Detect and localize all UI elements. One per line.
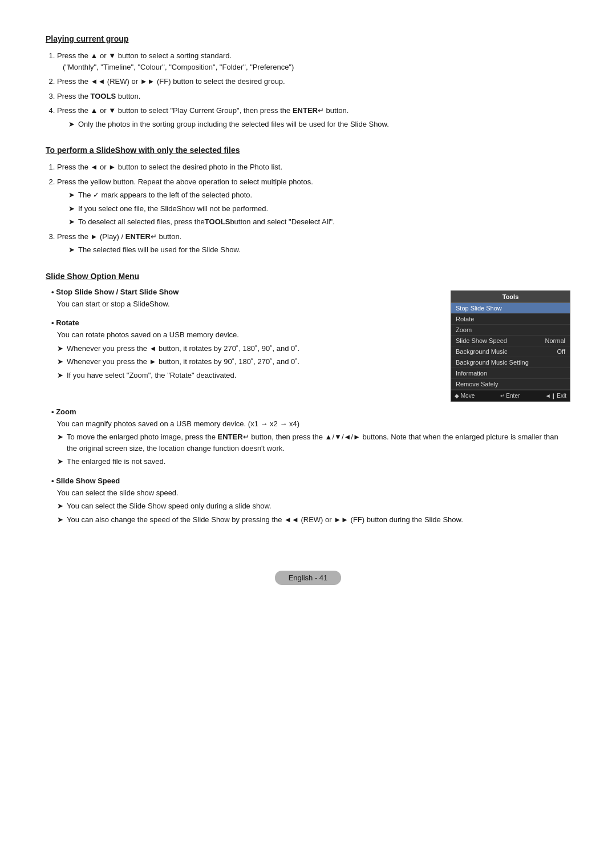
bullet-stop-start-text: You can start or stop a SlideShow. — [57, 298, 439, 310]
bullet-rotate-header: Rotate — [51, 318, 439, 327]
slide-show-two-col: Stop Slide Show / Start Slide Show You c… — [46, 288, 570, 402]
tools-item-stop-slide-show[interactable]: Stop Slide Show — [451, 303, 570, 314]
playing-step-3: Press the TOOLS button. — [57, 91, 570, 102]
playing-step-4: Press the ▲ or ▼ button to select "Play … — [57, 105, 570, 130]
rotate-note-2: ➤ Whenever you press the ► button, it ro… — [57, 356, 439, 368]
page-number-badge: English - 41 — [275, 571, 342, 585]
section-selected-files: To perform a SlideShow with only the sel… — [46, 146, 570, 256]
selected-files-steps-list: Press the ◄ or ► button to select the de… — [57, 161, 570, 256]
playing-step-4-note: ➤ Only the photos in the sorting group i… — [68, 119, 570, 130]
bullet-zoom-text: You can magnify photos saved on a USB me… — [57, 418, 570, 430]
tools-item-bg-music-setting[interactable]: Background Music Setting — [451, 357, 570, 368]
bullet-rotate: Rotate You can rotate photos saved on a … — [46, 318, 439, 381]
zoom-note-2: ➤ The enlarged file is not saved. — [57, 456, 570, 467]
zoom-note-1: ➤ To move the enlarged photo image, pres… — [57, 431, 570, 454]
section-slide-show-option: Slide Show Option Menu Stop Slide Show /… — [46, 272, 570, 526]
section-playing-current-group: Playing current group Press the ▲ or ▼ b… — [46, 34, 570, 130]
bullet-zoom-header: Zoom — [51, 407, 570, 416]
bullet-stop-start-header: Stop Slide Show / Start Slide Show — [51, 288, 439, 296]
bullet-stop-start: Stop Slide Show / Start Slide Show You c… — [46, 288, 439, 310]
tools-panel: Tools Stop Slide Show Rotate Zoom Slide … — [451, 290, 570, 402]
footer-wrap: English - 41 — [46, 571, 570, 585]
slide-show-left-col: Stop Slide Show / Start Slide Show You c… — [46, 288, 439, 390]
speed-note-2: ➤ You can also change the speed of the S… — [57, 514, 570, 526]
bullet-slide-show-speed-text: You can select the slide show speed. — [57, 487, 570, 499]
selected-files-step-2: Press the yellow button. Repeat the abov… — [57, 176, 570, 228]
selected-files-step-3-note: ➤ The selected files will be used for th… — [68, 244, 570, 256]
selected-files-note-2: ➤ If you select one file, the SlideShow … — [68, 203, 570, 215]
speed-note-1: ➤ You can select the Slide Show speed on… — [57, 500, 570, 512]
tools-item-remove-safely[interactable]: Remove Safely — [451, 379, 570, 390]
selected-files-note-1: ➤ The ✓ mark appears to the left of the … — [68, 189, 570, 201]
selected-files-note-3: ➤ To deselect all selected files, press … — [68, 216, 570, 228]
bullet-rotate-text: You can rotate photos saved on a USB mem… — [57, 329, 439, 341]
rotate-note-1: ➤ Whenever you press the ◄ button, it ro… — [57, 343, 439, 354]
playing-step-1: Press the ▲ or ▼ button to select a sort… — [57, 50, 570, 72]
tools-item-information[interactable]: Information — [451, 368, 570, 379]
bullet-slide-show-speed-header: Slide Show Speed — [51, 477, 570, 485]
tools-item-zoom[interactable]: Zoom — [451, 325, 570, 336]
playing-steps-list: Press the ▲ or ▼ button to select a sort… — [57, 50, 570, 130]
bullet-zoom: Zoom You can magnify photos saved on a U… — [46, 407, 570, 467]
tools-panel-footer: ◆ Move ↵ Enter ◄❙ Exit — [451, 390, 570, 401]
bullet-slide-show-speed: Slide Show Speed You can select the slid… — [46, 477, 570, 526]
rotate-note-3: ➤ If you have select "Zoom", the "Rotate… — [57, 370, 439, 381]
section-heading-selected-files: To perform a SlideShow with only the sel… — [46, 146, 570, 155]
selected-files-step-3: Press the ► (Play) / ENTER↵ button. ➤ Th… — [57, 231, 570, 256]
section-heading-slide-show: Slide Show Option Menu — [46, 272, 570, 281]
tools-item-slide-show-speed[interactable]: Slide Show Speed Normal — [451, 336, 570, 346]
tools-item-background-music[interactable]: Background Music Off — [451, 346, 570, 357]
section-heading-playing: Playing current group — [46, 34, 570, 43]
playing-step-2: Press the ◄◄ (REW) or ►► (FF) button to … — [57, 76, 570, 87]
tools-item-rotate[interactable]: Rotate — [451, 314, 570, 325]
tools-panel-title: Tools — [451, 291, 570, 303]
selected-files-step-1: Press the ◄ or ► button to select the de… — [57, 161, 570, 173]
page-content: Playing current group Press the ▲ or ▼ b… — [46, 34, 570, 585]
